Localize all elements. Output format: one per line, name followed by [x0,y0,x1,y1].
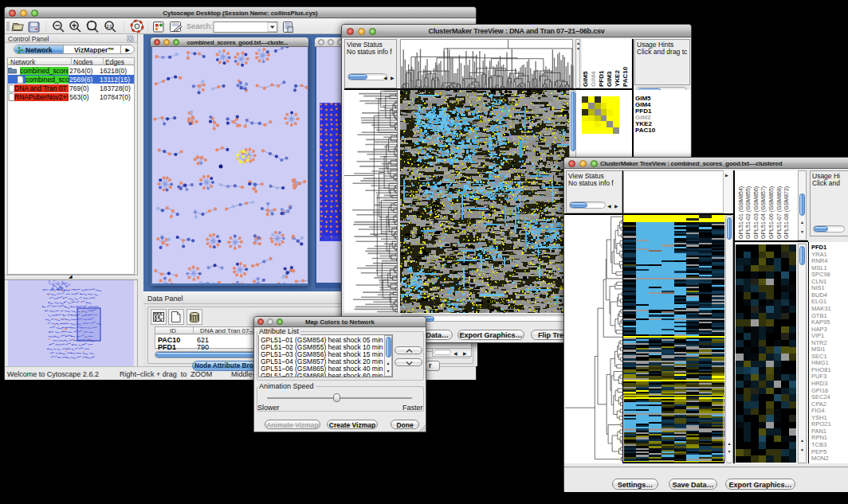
svg-text:1:1: 1:1 [107,25,112,29]
svg-text:GIM5: GIM5 [582,71,589,87]
svg-text:GPL51‑03 (GSM856): GPL51‑03 (GSM856) [753,186,760,239]
svg-text:GPL51‑04 (GSM857): GPL51‑04 (GSM857) [760,186,767,239]
svg-text:YKE2: YKE2 [614,70,621,87]
svg-text:GPL51‑07 (GSM868): GPL51‑07 (GSM868) [776,186,783,239]
svg-text:GIM4: GIM4 [590,71,597,87]
svg-text:PFD1: PFD1 [598,70,605,87]
svg-text:PAC10: PAC10 [622,66,629,87]
svg-text:GPL51‑08 (GSM872): GPL51‑08 (GSM872) [783,186,790,239]
svg-text:Search:: Search: [186,21,213,30]
svg-text:GPL51‑01 (GSM854): GPL51‑01 (GSM854) [738,186,744,239]
svg-text:GPL51‑06 (GSM865): GPL51‑06 (GSM865) [768,186,775,239]
svg-text:GIM3: GIM3 [606,71,613,87]
svg-text:GPL51‑02 (GSM855): GPL51‑02 (GSM855) [745,186,752,239]
